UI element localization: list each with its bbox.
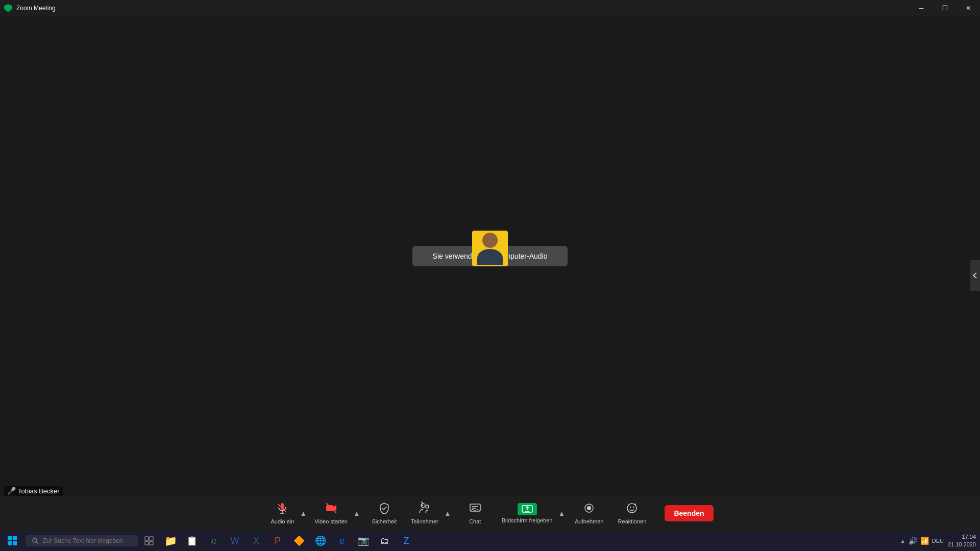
- share-icon-box: [518, 503, 537, 515]
- audio-options-arrow[interactable]: ▲: [298, 498, 308, 529]
- taskbar-chrome-icon[interactable]: 🌐: [310, 531, 331, 551]
- tray-expand-button[interactable]: ▲: [900, 538, 905, 544]
- windows-logo-icon: [8, 536, 17, 545]
- titlebar-left: Zoom Meeting: [0, 4, 56, 12]
- svg-rect-26: [145, 537, 149, 540]
- title-bar: Zoom Meeting ─ ❐ ✕: [0, 0, 980, 16]
- share-screen-button[interactable]: Bildschirm freigeben: [498, 498, 557, 529]
- start-button[interactable]: [2, 531, 22, 551]
- search-icon: [32, 537, 39, 544]
- video-button[interactable]: Video starten: [310, 498, 352, 529]
- audio-control-group: Audio ein ▲: [266, 498, 308, 529]
- camera-icon: [325, 502, 337, 516]
- svg-rect-22: [8, 541, 12, 545]
- meeting-toolbar: Audio ein ▲ Video starten ▲ Sicherheit: [0, 496, 980, 531]
- participants-button[interactable]: 1 Teilnehmer: [407, 498, 443, 529]
- taskbar-right: ▲ 🔊 📶 DEU 17:04 21.10.2020: [900, 533, 980, 549]
- participants-options-arrow[interactable]: ▲: [443, 498, 453, 529]
- taskbar-edge-icon[interactable]: e: [332, 531, 352, 551]
- security-icon: [378, 502, 390, 516]
- chat-button[interactable]: Chat: [455, 498, 496, 529]
- close-button[interactable]: ✕: [957, 0, 980, 16]
- task-view-icon: [144, 536, 154, 545]
- taskbar-explorer-icon[interactable]: 📁: [160, 531, 181, 551]
- record-button[interactable]: Aufnehmen: [569, 498, 609, 529]
- record-icon: [583, 502, 595, 516]
- taskbar-app2-icon[interactable]: 📋: [182, 531, 202, 551]
- security-button[interactable]: Sicherheit: [364, 498, 405, 529]
- search-input[interactable]: [43, 537, 125, 544]
- svg-line-25: [36, 542, 38, 544]
- windows-taskbar: 📁 📋 ♫ W X P 🔶 🌐 e 📷 🗂 Z ▲ 🔊 📶 DEU 17:04 …: [0, 531, 980, 551]
- system-tray: ▲ 🔊 📶 DEU: [900, 537, 944, 545]
- tray-icon-speaker[interactable]: 🔊: [909, 537, 917, 545]
- svg-rect-21: [13, 536, 17, 540]
- taskbar-excel-icon[interactable]: X: [246, 531, 266, 551]
- svg-point-24: [33, 538, 37, 542]
- language-indicator: DEU: [932, 538, 944, 544]
- window-controls: ─ ❐ ✕: [910, 0, 980, 16]
- share-screen-icon: [522, 505, 533, 513]
- svg-rect-20: [8, 536, 12, 540]
- svg-rect-23: [13, 541, 17, 545]
- system-clock[interactable]: 17:04 21.10.2020: [948, 533, 976, 549]
- side-panel-collapse-button[interactable]: [970, 260, 980, 291]
- tray-icon-network[interactable]: 📶: [920, 537, 929, 545]
- task-view-button[interactable]: [139, 531, 159, 551]
- svg-point-18: [630, 507, 631, 508]
- taskbar-spotify-icon[interactable]: ♫: [203, 531, 224, 551]
- meeting-area: Sie verwenden das Computer-Audio: [0, 16, 980, 496]
- svg-point-16: [587, 506, 591, 510]
- restore-button[interactable]: ❐: [933, 0, 957, 16]
- participant-name-label: 🎤 Tobias Becker: [4, 486, 63, 496]
- reactions-icon: [626, 502, 638, 516]
- microphone-icon: [276, 502, 288, 516]
- svg-rect-27: [150, 537, 153, 540]
- audio-button[interactable]: Audio ein: [266, 498, 298, 529]
- microphone-muted-icon: 🎤: [7, 487, 16, 495]
- participants-control-group: 1 Teilnehmer ▲: [407, 498, 453, 529]
- shield-icon: [4, 4, 12, 12]
- share-control-group: Bildschirm freigeben ▲: [498, 498, 567, 529]
- windows-search-bar[interactable]: [26, 535, 138, 546]
- share-options-arrow[interactable]: ▲: [556, 498, 567, 529]
- end-meeting-button[interactable]: Beenden: [665, 505, 713, 521]
- svg-point-19: [633, 507, 634, 508]
- window-title: Zoom Meeting: [16, 5, 56, 12]
- notification-wrapper: Sie verwenden das Computer-Audio: [412, 246, 568, 266]
- taskbar-word-icon[interactable]: W: [225, 531, 245, 551]
- chat-icon: [469, 502, 481, 516]
- taskbar-app5-icon[interactable]: 🗂: [375, 531, 395, 551]
- taskbar-powerpoint-icon[interactable]: P: [267, 531, 288, 551]
- participants-icon: 1: [419, 502, 431, 516]
- taskbar-left: 📁 📋 ♫ W X P 🔶 🌐 e 📷 🗂 Z: [0, 531, 416, 551]
- avatar-head: [482, 233, 498, 248]
- avatar-body: [477, 249, 503, 267]
- reactions-button[interactable]: Reaktionen: [611, 498, 652, 529]
- svg-rect-28: [145, 541, 149, 545]
- minimize-button[interactable]: ─: [910, 0, 933, 16]
- taskbar-app4-icon[interactable]: 📷: [353, 531, 374, 551]
- svg-point-8: [426, 505, 429, 508]
- svg-rect-29: [150, 541, 153, 545]
- taskbar-zoom-icon[interactable]: Z: [396, 531, 416, 551]
- user-avatar-thumbnail: [472, 231, 508, 266]
- taskbar-app3-icon[interactable]: 🔶: [289, 531, 309, 551]
- chevron-left-icon: [972, 272, 977, 279]
- svg-point-17: [627, 504, 636, 513]
- video-control-group: Video starten ▲: [310, 498, 362, 529]
- video-options-arrow[interactable]: ▲: [352, 498, 362, 529]
